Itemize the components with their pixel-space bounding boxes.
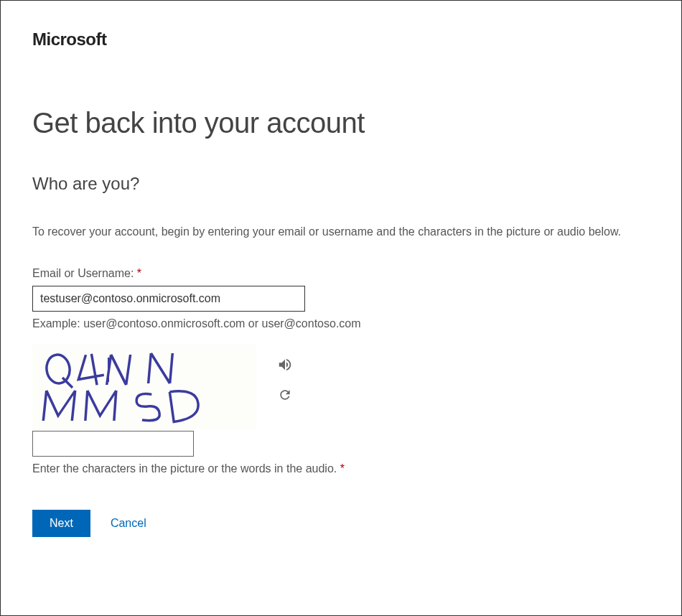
captcha-hint-text: Enter the characters in the picture or t…	[32, 462, 340, 475]
next-button[interactable]: Next	[32, 510, 90, 537]
svg-point-0	[45, 353, 71, 385]
audio-captcha-button[interactable]	[276, 356, 294, 373]
captcha-image	[32, 345, 256, 429]
speaker-icon	[277, 357, 293, 373]
captcha-hint: Enter the characters in the picture or t…	[32, 462, 650, 475]
refresh-icon	[278, 388, 292, 402]
captcha-input[interactable]	[32, 431, 194, 457]
email-label: Email or Username: *	[32, 267, 650, 280]
email-field[interactable]	[32, 286, 305, 312]
email-example: Example: user@contoso.onmicrosoft.com or…	[32, 317, 650, 330]
required-asterisk: *	[340, 462, 345, 475]
subtitle: Who are you?	[32, 174, 650, 194]
page-title: Get back into your account	[32, 107, 650, 139]
refresh-captcha-button[interactable]	[276, 386, 294, 403]
required-asterisk: *	[137, 267, 141, 279]
email-label-text: Email or Username:	[32, 267, 137, 279]
cancel-link[interactable]: Cancel	[111, 517, 146, 530]
microsoft-logo: Microsoft	[32, 29, 650, 50]
instruction-text: To recover your account, begin by enteri…	[32, 223, 650, 241]
